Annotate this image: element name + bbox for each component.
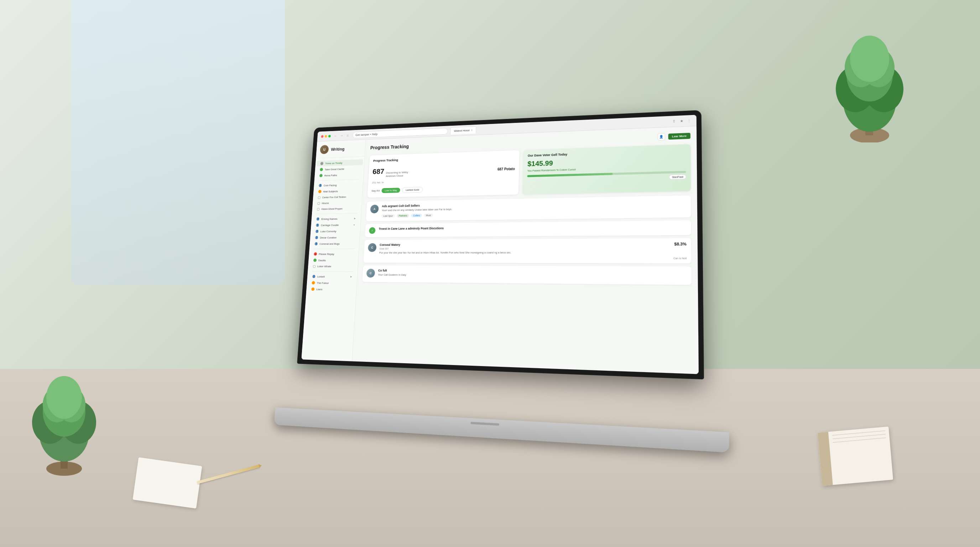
sidebar-item-comenal[interactable]: 👤 Comenal and Mugs: [311, 241, 358, 247]
feed-tag-lastspur[interactable]: Last Spur: [382, 214, 395, 218]
browser-tab[interactable]: Widest Hosst 3: [450, 126, 476, 134]
separator: [312, 271, 353, 272]
main-content: Progress Tracking 👤 Lear More Progress T…: [352, 126, 699, 374]
menu-icon[interactable]: ⋮: [687, 118, 692, 123]
bookmark-icon[interactable]: ★: [679, 118, 684, 123]
header-actions: 👤 Lear More: [657, 132, 690, 140]
person-icon: 👤: [316, 224, 319, 227]
feed-title-4: Co fult: [378, 269, 687, 274]
stanfiast-button[interactable]: StanFiast: [669, 175, 686, 180]
feed-content-2: Troest in Cane Lane a adminsly Poant Dis…: [379, 224, 687, 234]
sidebar-item-luke[interactable]: 👤 Luke Comority: [312, 228, 359, 234]
sidebar-item-houns[interactable]: Houns: [314, 200, 361, 206]
sidebar-item-loker[interactable]: Loker Whale: [309, 264, 356, 269]
feed-tag-partners[interactable]: Partners: [397, 214, 409, 218]
feed-item-3: C Conseal Watery Goal 337 $8.3%: [363, 238, 691, 264]
learn-more-button[interactable]: Lear More: [668, 132, 690, 139]
notebook-right: [818, 427, 893, 486]
svg-point-17: [850, 36, 889, 82]
feed-content-3: Conseal Watery Goal 337 $8.3% Pur your t…: [379, 242, 687, 259]
address-text: Get tamper • Help: [355, 132, 378, 137]
feed-title-3: Conseal Watery: [380, 243, 400, 247]
heart-icon: ♥: [314, 253, 317, 256]
feed-tag-collies[interactable]: Collies: [411, 214, 422, 218]
feed-text-4: Your Call Gusterm In Daly: [378, 273, 687, 279]
plant-right: [830, 36, 909, 142]
share-icon[interactable]: ⇧: [671, 119, 676, 124]
days-label: 251 hel. In: [372, 177, 515, 184]
goal-label: Say it'd: [371, 189, 380, 192]
feed-amount-3: $8.3%: [674, 242, 686, 246]
sidebar-title: Writing: [331, 146, 345, 152]
checkbox-icon: [317, 202, 320, 204]
browser-actions: ⇧ ★ ⋮: [671, 118, 692, 124]
dot-icon: [312, 281, 315, 284]
person-icon: 👤: [315, 236, 318, 239]
sidebar-item-center[interactable]: Center Fox Coll Testion: [314, 194, 361, 200]
window-controls: [321, 135, 331, 137]
expand-icon: ▶: [350, 275, 352, 278]
person-icon: 👤: [316, 217, 320, 221]
dot-icon: [320, 174, 323, 177]
laptop-screen: ← → ⌂ Get tamper • Help Widest Hosst 3 ⇧…: [298, 110, 704, 379]
person-icon: 👤: [315, 230, 319, 233]
dot-icon: [311, 288, 315, 291]
sidebar-item-decar[interactable]: 👤 Decar Curation: [311, 234, 359, 241]
separator: [318, 180, 359, 181]
back-button[interactable]: ←: [333, 133, 338, 138]
dot-icon: [320, 168, 323, 171]
card-title: Progress Tracking: [373, 154, 515, 163]
minimize-dot[interactable]: [325, 135, 327, 137]
checkbox-icon: [317, 208, 320, 210]
feed-item-2: ✓ Troest in Cane Lane a adminsly Poant D…: [365, 221, 691, 237]
dollar-card: Our Dave Veter Gell Today $145.99 You Pa…: [522, 144, 691, 194]
user-icon-button[interactable]: 👤: [657, 133, 665, 141]
log-button[interactable]: Low In May: [382, 188, 400, 193]
maximize-dot[interactable]: [328, 135, 331, 137]
sidebar-item-carriage[interactable]: 👤 Carriage Coodle ▼: [312, 222, 359, 228]
plant-left: [29, 376, 100, 476]
check-icon: ✓: [369, 227, 376, 234]
window-light: [71, 0, 285, 285]
progress-tracking-card: Progress Tracking 687 Discerning to Witt…: [367, 150, 520, 198]
feed-content-4: Co fult Your Call Gusterm In Daly: [378, 269, 687, 281]
feed-avatar-1: A: [370, 204, 379, 213]
stat-sub: 687 Potato: [498, 167, 515, 171]
feed-avatar-4: C: [366, 269, 375, 277]
feed-tag-must[interactable]: Must: [424, 214, 433, 218]
sidebar-item-driving[interactable]: 👤 Driving Names ▶: [313, 215, 360, 222]
avatar: U: [320, 145, 329, 154]
stat-desc2: Andrews Cloud: [386, 174, 408, 178]
sidebar-item-daullis[interactable]: Daullis: [309, 257, 357, 263]
person-icon: 👤: [315, 242, 318, 245]
forward-button[interactable]: →: [339, 133, 344, 138]
home-button[interactable]: ⌂: [345, 132, 350, 138]
checkbox-icon: [313, 265, 315, 267]
sidebar-item-malt[interactable]: Malt Subjects: [315, 188, 361, 194]
sidebar-item-lorbell[interactable]: 👤 Lorbell ▶: [309, 274, 356, 280]
expand-icon: ▶: [354, 217, 356, 220]
sidebar-item-heara[interactable]: Heara Ghost Propen: [313, 205, 360, 212]
browser-navigation: ← → ⌂: [333, 132, 350, 138]
cards-grid: Progress Tracking 687 Discerning to Witt…: [367, 144, 691, 198]
sidebar-item-lkers[interactable]: Lkers: [307, 286, 355, 293]
separator: [315, 213, 357, 215]
sidebar-item-fulour[interactable]: The Fulour: [308, 280, 356, 286]
sidebar-item-coin[interactable]: 👤 Coin Facing: [315, 181, 361, 189]
feed-item-4: C Co fult Your Call Gusterm In Daly: [362, 265, 692, 285]
sidebar-item-rena[interactable]: Rena Paths: [315, 172, 362, 179]
svg-point-8: [46, 376, 82, 419]
update-button[interactable]: Lartest Solst: [402, 187, 423, 193]
goal-row: Say it'd Low In May Lartest Solst: [371, 184, 515, 193]
close-dot[interactable]: [321, 135, 323, 137]
person-icon: 👤: [312, 275, 315, 278]
screen-content: ← → ⌂ Get tamper • Help Widest Hosst 3 ⇧…: [301, 114, 699, 374]
sidebar-item-please[interactable]: ♥ Please Repay: [310, 251, 358, 257]
page-title: Progress Tracking: [370, 144, 409, 151]
dot-icon: [318, 190, 321, 193]
feed-avatar-3: C: [368, 243, 377, 252]
feed-content-1: Ads argnant Colt Gell Sellers Yourr and …: [382, 199, 687, 218]
sidebar-nav: ⌂ Trime on Tinsby Take Good Cache Rena P…: [306, 159, 364, 293]
stat-number: 687: [372, 167, 385, 176]
stat-row: 687 Discerning to Wittry Andrews Cloud 6…: [372, 163, 515, 178]
